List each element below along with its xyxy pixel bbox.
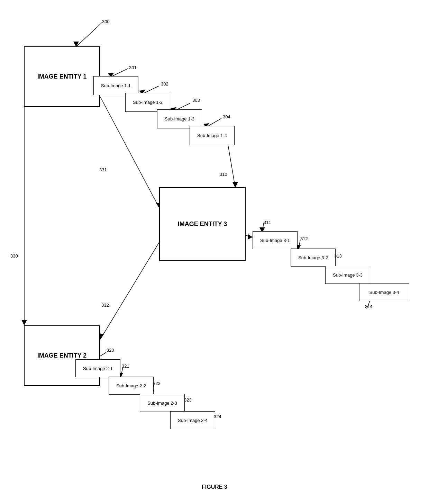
diagram: IMAGE ENTITY 1 IMAGE ENTITY 2 IMAGE ENTI…: [0, 0, 429, 504]
ref-322: 322: [153, 381, 161, 386]
figure-title: FIGURE 3: [0, 484, 429, 490]
svg-marker-11: [232, 182, 238, 188]
svg-line-40: [246, 235, 253, 237]
ref-321: 321: [122, 363, 129, 369]
svg-marker-41: [248, 234, 253, 240]
entity1-label: IMAGE ENTITY 1: [37, 73, 87, 80]
sub2-1-box: Sub-Image 2-1: [75, 359, 120, 377]
ref-332: 332: [101, 303, 109, 308]
svg-marker-1: [73, 42, 79, 47]
entity3-box: IMAGE ENTITY 3: [159, 187, 246, 261]
sub2-2-box: Sub-Image 2-2: [109, 377, 154, 395]
ref-301: 301: [129, 65, 137, 70]
svg-line-0: [76, 22, 102, 47]
sub1-1-box: Sub-Image 1-1: [93, 76, 138, 95]
sub3-4-box: Sub-Image 3-4: [359, 283, 409, 301]
ref-320: 320: [107, 348, 114, 353]
entity2-label: IMAGE ENTITY 2: [37, 352, 87, 359]
ref-302: 302: [161, 81, 168, 87]
ref-323: 323: [184, 397, 192, 403]
sub3-2-box: Sub-Image 3-2: [291, 249, 336, 267]
svg-line-16: [100, 242, 159, 339]
sub3-1-box: Sub-Image 3-1: [253, 231, 298, 249]
svg-line-12: [100, 97, 159, 208]
ref-311: 311: [264, 220, 271, 225]
sub1-2-box: Sub-Image 1-2: [125, 93, 170, 112]
ref-303: 303: [192, 98, 200, 103]
ref-330: 330: [10, 253, 18, 259]
sub3-3-box: Sub-Image 3-3: [325, 266, 370, 284]
sub2-4-box: Sub-Image 2-4: [170, 411, 215, 429]
ref-313: 313: [334, 253, 342, 259]
ref-314: 314: [365, 304, 373, 309]
svg-marker-15: [21, 320, 27, 325]
ref-312: 312: [300, 236, 308, 241]
ref-324: 324: [214, 414, 221, 419]
ref-331: 331: [99, 167, 107, 172]
entity1-box: IMAGE ENTITY 1: [24, 46, 100, 107]
ref-304: 304: [223, 114, 230, 119]
sub2-3-box: Sub-Image 2-3: [140, 394, 185, 412]
sub1-3-box: Sub-Image 1-3: [157, 109, 202, 128]
ref-310: 310: [220, 172, 227, 177]
entity3-label: IMAGE ENTITY 3: [178, 220, 227, 228]
ref-300: 300: [102, 19, 110, 24]
sub1-4-box: Sub-Image 1-4: [190, 126, 235, 145]
svg-line-2: [111, 69, 128, 77]
